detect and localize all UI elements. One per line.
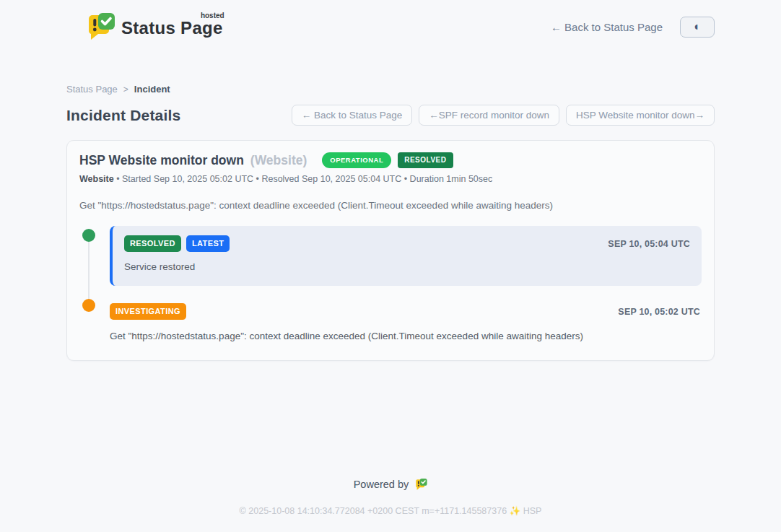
page-title: Incident Details	[66, 107, 180, 124]
timeline-entry-timestamp: SEP 10, 05:04 UTC	[608, 239, 690, 249]
brand-wordmark: Status Page hosted	[121, 12, 223, 38]
breadcrumb: Status Page > Incident	[66, 84, 715, 95]
brand-superscript: hosted	[201, 12, 224, 19]
incident-title: HSP Website monitor down	[79, 153, 244, 168]
incident-card: HSP Website monitor down (Website) OPERA…	[66, 140, 715, 361]
footer: Powered by © 2025-10-08 14:10:34.772084 …	[0, 478, 781, 532]
powered-by-link[interactable]: Powered by	[0, 478, 781, 491]
timeline-entry-latest: RESOLVED LATEST SEP 10, 05:04 UTC Servic…	[110, 226, 702, 286]
timeline-entry-investigating: INVESTIGATING SEP 10, 05:02 UTC Get "htt…	[110, 303, 702, 341]
timeline-entry-header: RESOLVED LATEST SEP 10, 05:04 UTC	[124, 235, 690, 252]
previous-incident-button[interactable]: ←SPF record monitor down	[419, 105, 559, 126]
header: Status Page hosted ← Back to Status Page…	[66, 0, 715, 42]
incident-card-header: HSP Website monitor down (Website) OPERA…	[79, 152, 702, 168]
timeline-connector-line	[88, 236, 90, 307]
breadcrumb-status-page-link[interactable]: Status Page	[66, 84, 118, 95]
timeline-entry-timestamp: SEP 10, 05:02 UTC	[618, 307, 700, 317]
timeline-entry-message: Get "https://hostedstatus.page": context…	[110, 331, 700, 341]
resolved-badge: RESOLVED	[124, 235, 181, 252]
incident-meta: Website • Started Sep 10, 2025 05:02 UTC…	[79, 174, 702, 184]
status-page-logo-icon	[87, 12, 115, 42]
incident-description: Get "https://hostedstatus.page": context…	[79, 200, 702, 211]
timeline-dot-resolved	[82, 229, 95, 242]
latest-badge: LATEST	[186, 235, 230, 252]
copyright-text: © 2025-10-08 14:10:34.772084 +0200 CEST …	[0, 505, 781, 516]
status-page-mini-logo-icon	[415, 478, 427, 491]
header-back-to-status-link[interactable]: ← Back to Status Page	[551, 21, 663, 33]
header-actions: ← Back to Status Page ◐	[551, 17, 715, 38]
timeline-dot-investigating	[82, 299, 95, 312]
breadcrumb-separator: >	[123, 84, 128, 95]
operational-status-badge: OPERATIONAL	[322, 152, 391, 168]
back-to-status-page-button[interactable]: ← Back to Status Page	[292, 105, 413, 126]
incident-meta-monitor: Website	[79, 174, 114, 184]
title-row: Incident Details ← Back to Status Page ←…	[66, 105, 715, 126]
page: Status Page hosted ← Back to Status Page…	[0, 0, 781, 532]
resolved-status-badge: RESOLVED	[398, 152, 453, 168]
incident-timeline: RESOLVED LATEST SEP 10, 05:04 UTC Servic…	[82, 226, 702, 341]
investigating-badge: INVESTIGATING	[110, 303, 186, 320]
incident-monitor-suffix: (Website)	[250, 153, 307, 168]
main-content: Status Page > Incident Incident Details …	[66, 84, 715, 361]
breadcrumb-current-incident: Incident	[134, 84, 170, 95]
powered-by-label: Powered by	[354, 479, 409, 490]
timeline-entry-header: INVESTIGATING SEP 10, 05:02 UTC	[110, 303, 700, 320]
timeline-entry-badges: INVESTIGATING	[110, 303, 186, 320]
incident-nav-buttons: ← Back to Status Page ←SPF record monito…	[292, 105, 715, 126]
incident-meta-details: • Started Sep 10, 2025 05:02 UTC • Resol…	[114, 174, 493, 184]
app-logo: Status Page hosted	[66, 12, 223, 42]
timeline-entry-message: Service restored	[124, 261, 690, 272]
contrast-half-circle-icon: ◐	[694, 21, 701, 32]
brand-name: Status Page	[121, 18, 223, 38]
next-incident-button[interactable]: HSP Website monitor down→	[566, 105, 715, 126]
timeline-entry-badges: RESOLVED LATEST	[124, 235, 230, 252]
theme-toggle-button[interactable]: ◐	[680, 17, 715, 38]
